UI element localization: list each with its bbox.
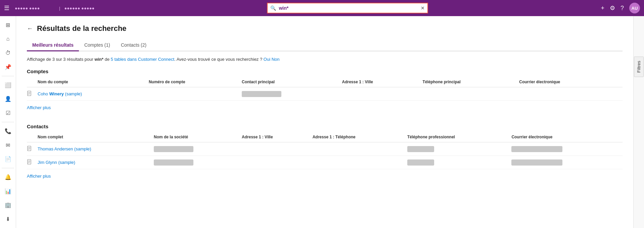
sidebar-divider-1 [2, 76, 14, 76]
content-area: ← Résultats de la recherche Meilleurs ré… [16, 16, 633, 228]
sidebar-item-apps[interactable]: ⊞ [1, 19, 15, 31]
tab-meilleurs-resultats[interactable]: Meilleurs résultats [27, 40, 79, 51]
col-adresse-ville-c: Adresse 1 : Ville [242, 132, 313, 142]
row-icon-c2 [27, 156, 38, 169]
contact-tel-pro-2: ███████ [407, 156, 511, 169]
row-icon-c1 [27, 142, 38, 156]
jim-glynn-link[interactable]: Jim Glynn (sample) [38, 160, 75, 165]
col-icon-header [27, 77, 38, 87]
search-box[interactable]: 🔍 win* ✕ [267, 3, 428, 13]
table-row: Thomas Andersen (sample) ████████████ ██… [27, 142, 623, 156]
table-row: Coho Winery (sample) ████████████ [27, 87, 623, 101]
info-middle: de [103, 57, 111, 62]
contact-tel-pro-1: ███████ [407, 142, 511, 156]
main-layout: ⊞ ⌂ ⏱ 📌 ⬜ 👤 ☑ 📞 ✉ 📄 🔔 📊 🏢 ⬇ ← Résultats … [0, 16, 644, 228]
sidebar-item-documents[interactable]: 📄 [1, 153, 15, 165]
compte-ville [342, 87, 423, 101]
table-row: Jim Glynn (sample) ████████████ ███████ … [27, 156, 623, 169]
sidebar-item-home[interactable]: ⌂ [1, 33, 15, 45]
comptes-table: Nom du compte Numéro de compte Contact p… [27, 77, 623, 101]
thomas-andersen-link[interactable]: Thomas Andersen (sample) [38, 146, 91, 151]
sidebar-item-records[interactable]: ⬜ [1, 79, 15, 91]
comptes-section: Comptes Nom du compte Numéro de compte C… [27, 69, 623, 118]
sidebar-divider-3 [2, 168, 14, 168]
sidebar: ⊞ ⌂ ⏱ 📌 ⬜ 👤 ☑ 📞 ✉ 📄 🔔 📊 🏢 ⬇ [0, 16, 16, 228]
user-avatar[interactable]: AU [629, 3, 640, 13]
col-nom-compte: Nom du compte [38, 77, 149, 87]
contact-name-1[interactable]: Thomas Andersen (sample) [38, 142, 154, 156]
search-input[interactable] [290, 3, 418, 13]
tables-link[interactable]: 5 tables dans Customer Connect [111, 57, 174, 62]
col-adresse-tel-c: Adresse 1 : Téléphone [313, 132, 407, 142]
sidebar-divider-2 [2, 122, 14, 122]
contact-societe-2: ████████████ [154, 156, 242, 169]
contact-ville-2 [242, 156, 313, 169]
sidebar-item-alerts[interactable]: 🔔 [1, 171, 15, 183]
compte-numero [149, 87, 242, 101]
contact-email-1: ████████████████ [511, 142, 623, 156]
contact-tel-1 [313, 142, 407, 156]
contact-name-2[interactable]: Jim Glynn (sample) [38, 156, 154, 169]
topbar: ☰ ●●●●● ●●●● | ●●●●●● ●●●●● 🔍 win* ✕ + ⚙… [0, 0, 644, 16]
contact-ville-1 [242, 142, 313, 156]
tab-comptes[interactable]: Comptes (1) [79, 40, 116, 51]
coho-winery-link[interactable]: Coho Winery (sample) [38, 91, 82, 96]
sidebar-item-email[interactable]: ✉ [1, 139, 15, 151]
filter-tab[interactable]: Filtres [634, 56, 644, 77]
sidebar-item-phone[interactable]: 📞 [1, 125, 15, 137]
yes-link[interactable]: Oui [264, 57, 270, 62]
contacts-title: Contacts [27, 124, 623, 129]
sidebar-item-org[interactable]: 🏢 [1, 199, 15, 211]
search-term-display: win* [279, 5, 290, 11]
contacts-show-more[interactable]: Afficher plus [27, 174, 51, 179]
info-text: Affichage de 3 sur 3 résultats pour win*… [27, 57, 623, 62]
page-title: Résultats de la recherche [37, 24, 127, 33]
col-email-c: Courrier électronique [511, 132, 623, 142]
col-nom-complet: Nom complet [38, 132, 154, 142]
comptes-show-more[interactable]: Afficher plus [27, 105, 51, 110]
col-adresse-ville: Adresse 1 : Ville [342, 77, 423, 87]
search-clear-button[interactable]: ✕ [418, 5, 427, 11]
col-contact-principal: Contact principal [242, 77, 342, 87]
filter-sidebar[interactable]: Filtres [633, 16, 644, 228]
col-telephone-principal: Téléphone principal [422, 77, 519, 87]
settings-button[interactable]: ⚙ [610, 4, 615, 12]
contacts-table: Nom complet Nom de la société Adresse 1 … [27, 132, 623, 169]
sidebar-item-contacts[interactable]: 👤 [1, 93, 15, 105]
info-search-term: win* [94, 57, 103, 62]
contact-email-2: ████████████████ [511, 156, 623, 169]
no-link[interactable]: Non [272, 57, 280, 62]
col-nom-societe: Nom de la société [154, 132, 242, 142]
info-prefix: Affichage de 3 sur 3 résultats pour [27, 57, 94, 62]
compte-contact: ████████████ [242, 87, 342, 101]
info-suffix: . Avez-vous trouvé ce que vous recherchi… [174, 57, 262, 62]
col-email-compte: Courrier électronique [519, 77, 623, 87]
back-button[interactable]: ← [27, 25, 33, 32]
contacts-section: Contacts Nom complet Nom de la société A… [27, 124, 623, 187]
page-header: ← Résultats de la recherche [27, 24, 623, 33]
sidebar-item-pinned[interactable]: 📌 [1, 60, 15, 73]
compte-telephone [422, 87, 519, 101]
sidebar-item-tasks[interactable]: ☑ [1, 107, 15, 119]
col-numero-compte: Numéro de compte [149, 77, 242, 87]
app-name: ●●●●● ●●●● [15, 6, 55, 11]
sidebar-item-recent[interactable]: ⏱ [1, 47, 15, 59]
menu-icon[interactable]: ☰ [4, 4, 9, 12]
tabs-bar: Meilleurs résultats Comptes (1) Contacts… [27, 40, 623, 51]
sidebar-item-analytics[interactable]: 📊 [1, 185, 15, 197]
topbar-actions: + ⚙ ? AU [601, 3, 640, 13]
comptes-title: Comptes [27, 69, 623, 74]
sidebar-item-download[interactable]: ⬇ [1, 213, 15, 225]
row-icon [27, 87, 38, 101]
add-button[interactable]: + [601, 5, 604, 12]
contact-tel-2 [313, 156, 407, 169]
compte-email [519, 87, 623, 101]
contact-societe-1: ████████████ [154, 142, 242, 156]
compte-name[interactable]: Coho Winery (sample) [38, 87, 149, 101]
tab-contacts[interactable]: Contacts (2) [116, 40, 152, 51]
col-icon-header-c [27, 132, 38, 142]
help-button[interactable]: ? [620, 5, 624, 12]
search-icon: 🔍 [268, 5, 279, 11]
search-area: 🔍 win* ✕ [97, 3, 598, 13]
col-tel-pro: Téléphone professionnel [407, 132, 511, 142]
